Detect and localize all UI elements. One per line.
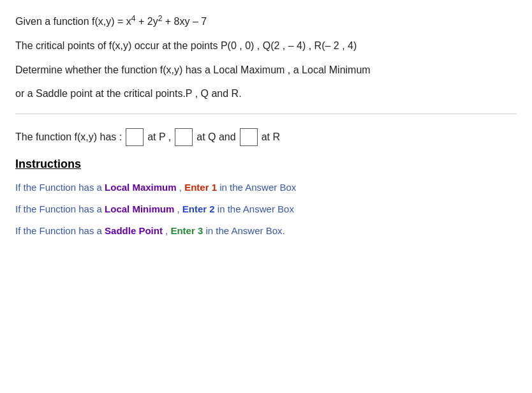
problem-line-3: Determine whether the function f(x,y) ha…: [15, 62, 517, 78]
line2-text: The critical points of f(x,y) occur at t…: [15, 40, 357, 51]
section-divider: [15, 114, 517, 114]
line3-text: Determine whether the function f(x,y) ha…: [15, 64, 371, 75]
function-label: The function f(x,y) has :: [15, 131, 122, 143]
local-maximum-label: Local Maximum: [105, 182, 177, 193]
at-r-label: at R: [262, 131, 280, 143]
inst1-end: in the Answer Box: [217, 182, 296, 193]
line1-middle: + 2y: [136, 16, 158, 27]
instruction-line-3: If the Function has a Saddle Point , Ent…: [15, 223, 517, 239]
instruction-line-1: If the Function has a Local Maximum , En…: [15, 180, 517, 195]
instructions-section: Instructions If the Function has a Local…: [15, 158, 517, 239]
problem-line-4: or a Saddle point at the critical points…: [15, 85, 517, 102]
enter-2-label: Enter 2: [182, 204, 215, 214]
at-p-label: at P ,: [147, 131, 171, 143]
line1-text: Given a function f(x,y) = x: [15, 16, 131, 27]
inst3-prefix: If the Function has a: [15, 225, 105, 236]
exponent-4: 4: [131, 14, 136, 23]
instruction-line-2: If the Function has a Local Minimum , En…: [15, 202, 517, 217]
instructions-title: Instructions: [15, 158, 517, 171]
line1-suffix: + 8xy – 7: [162, 16, 207, 27]
enter-3-label: Enter 3: [170, 225, 203, 236]
inst1-suffix: ,: [177, 182, 185, 193]
inst2-end: in the Answer Box: [215, 204, 294, 214]
line4-text: or a Saddle point at the critical points…: [15, 88, 242, 99]
saddle-point-label: Saddle Point: [105, 225, 163, 236]
inst3-end: in the Answer Box.: [203, 225, 284, 236]
function-answer-line: The function f(x,y) has : at P , at Q an…: [15, 128, 517, 146]
inst2-suffix: ,: [174, 204, 182, 214]
answer-box-r[interactable]: [240, 128, 258, 146]
inst1-prefix: If the Function has a: [15, 182, 105, 193]
problem-line-1: Given a function f(x,y) = x4 + 2y2 + 8xy…: [15, 13, 517, 30]
enter-1-label: Enter 1: [184, 182, 217, 193]
problem-line-2: The critical points of f(x,y) occur at t…: [15, 38, 517, 54]
answer-box-q[interactable]: [175, 128, 193, 146]
problem-section: Given a function f(x,y) = x4 + 2y2 + 8xy…: [15, 13, 517, 102]
at-q-label: at Q and: [196, 131, 235, 143]
answer-box-p[interactable]: [126, 128, 144, 146]
inst2-prefix: If the Function has a: [15, 204, 105, 214]
local-minimum-label: Local Minimum: [105, 204, 174, 214]
inst3-suffix: ,: [163, 225, 171, 236]
